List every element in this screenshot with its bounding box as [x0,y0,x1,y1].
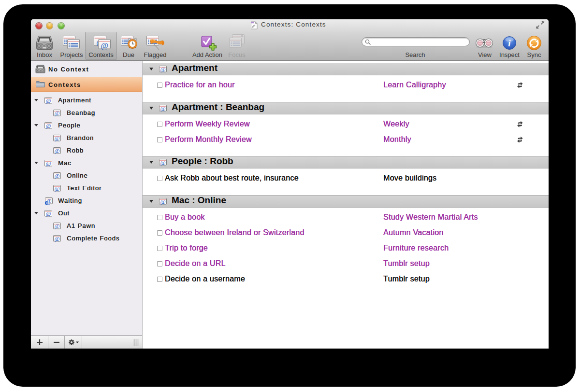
svg-text:i: i [508,38,511,48]
